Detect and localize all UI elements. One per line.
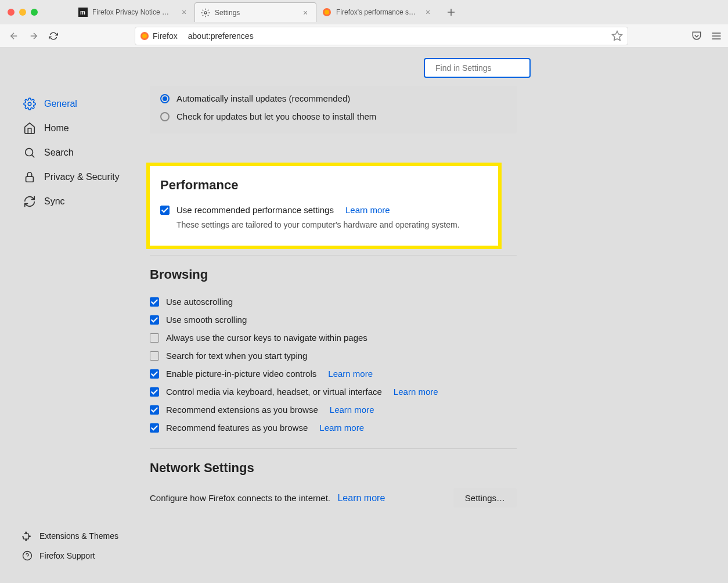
- forward-button[interactable]: [26, 28, 42, 44]
- settings-search[interactable]: [424, 58, 531, 78]
- svg-point-8: [26, 149, 33, 156]
- sidebar-item-sync[interactable]: Sync: [19, 189, 134, 214]
- searchtype-checkbox[interactable]: [150, 351, 159, 361]
- network-learn-more-link[interactable]: Learn more: [337, 493, 385, 503]
- sidebar-item-label: Extensions & Themes: [39, 531, 118, 541]
- mediakeys-checkbox[interactable]: [150, 387, 159, 397]
- pip-label: Enable picture-in-picture video controls: [166, 369, 316, 379]
- svg-point-2: [204, 12, 207, 14]
- tab-performance-help[interactable]: Firefox's performance settings ×: [316, 2, 438, 22]
- main-panel: Automatically install updates (recommend…: [134, 48, 728, 583]
- menu-icon[interactable]: [711, 30, 722, 42]
- network-settings-button[interactable]: Settings…: [453, 488, 517, 508]
- autoscroll-label: Use autoscrolling: [166, 297, 233, 307]
- recfeat-checkbox[interactable]: [150, 423, 159, 433]
- svg-text:m: m: [80, 9, 85, 16]
- recommended-perf-label: Use recommended performance settings: [176, 205, 334, 215]
- tab-settings[interactable]: Settings ×: [194, 2, 316, 22]
- back-button[interactable]: [6, 28, 22, 44]
- svg-point-7: [28, 102, 31, 106]
- browsing-heading: Browsing: [150, 267, 517, 282]
- smoothscroll-label: Use smooth scrolling: [166, 315, 247, 325]
- home-icon: [23, 122, 36, 135]
- settings-page: General Home Search Privacy & Security S…: [0, 48, 728, 583]
- tab-strip: m Firefox Privacy Notice — Mozilla × Set…: [73, 0, 459, 24]
- puzzle-icon: [22, 531, 33, 541]
- sidebar-item-search[interactable]: Search: [19, 141, 134, 165]
- network-description: Configure how Firefox connects to the in…: [150, 493, 330, 503]
- recext-learn-more-link[interactable]: Learn more: [330, 405, 374, 415]
- network-heading: Network Settings: [150, 460, 517, 476]
- performance-heading: Performance: [160, 178, 488, 193]
- mediakeys-learn-more-link[interactable]: Learn more: [394, 387, 438, 397]
- sidebar-item-general[interactable]: General: [19, 92, 134, 116]
- check-update-radio[interactable]: [160, 112, 170, 121]
- url-text: about:preferences: [188, 31, 611, 41]
- cursorkeys-checkbox[interactable]: [150, 333, 159, 343]
- sidebar-item-home[interactable]: Home: [19, 116, 134, 141]
- titlebar: m Firefox Privacy Notice — Mozilla × Set…: [0, 0, 728, 24]
- recfeat-learn-more-link[interactable]: Learn more: [319, 423, 364, 433]
- tab-title: Settings: [215, 9, 296, 17]
- performance-section: Performance Use recommended performance …: [146, 163, 502, 249]
- sidebar-item-extensions[interactable]: Extensions & Themes: [19, 526, 122, 546]
- smoothscroll-checkbox[interactable]: [150, 315, 159, 325]
- svg-point-6: [142, 34, 147, 38]
- browsing-section: Browsing Use autoscrolling Use smooth sc…: [150, 258, 517, 446]
- sidebar-item-label: General: [44, 99, 77, 109]
- perf-learn-more-link[interactable]: Learn more: [345, 205, 390, 215]
- sidebar-item-privacy[interactable]: Privacy & Security: [19, 165, 134, 189]
- updates-section: Automatically install updates (recommend…: [150, 86, 517, 134]
- tab-title: Firefox's performance settings: [336, 8, 419, 16]
- sidebar: General Home Search Privacy & Security S…: [0, 48, 134, 583]
- sidebar-item-label: Privacy & Security: [44, 172, 120, 182]
- cursorkeys-label: Always use the cursor keys to navigate w…: [166, 333, 367, 343]
- window-maximize-button[interactable]: [31, 9, 38, 16]
- sidebar-item-label: Search: [44, 147, 74, 158]
- search-icon: [23, 146, 36, 159]
- recext-checkbox[interactable]: [150, 405, 159, 415]
- recommended-perf-checkbox[interactable]: [160, 206, 170, 215]
- auto-update-radio[interactable]: [160, 94, 170, 103]
- settings-search-input[interactable]: [435, 63, 537, 73]
- window-minimize-button[interactable]: [19, 9, 26, 16]
- tab-privacy-notice[interactable]: m Firefox Privacy Notice — Mozilla ×: [73, 2, 194, 22]
- new-tab-button[interactable]: [443, 4, 459, 20]
- urlbar-brand: Firefox: [153, 31, 178, 41]
- toolbar: Firefox about:preferences: [0, 24, 728, 48]
- pip-learn-more-link[interactable]: Learn more: [328, 369, 373, 379]
- firefox-icon: [140, 31, 149, 41]
- url-bar[interactable]: Firefox about:preferences: [135, 27, 628, 45]
- lock-icon: [23, 171, 36, 183]
- question-icon: [22, 550, 33, 561]
- window-controls: [5, 9, 38, 16]
- close-tab-icon[interactable]: ×: [179, 8, 189, 17]
- check-update-label: Check for updates but let you choose to …: [176, 111, 376, 121]
- site-identity[interactable]: Firefox: [140, 31, 183, 41]
- svg-rect-9: [26, 177, 34, 182]
- svg-point-4: [325, 10, 329, 15]
- sidebar-item-label: Firefox Support: [39, 551, 95, 560]
- bookmark-star-icon[interactable]: [611, 30, 623, 42]
- sync-icon: [23, 195, 36, 208]
- gear-icon: [23, 98, 36, 110]
- pip-checkbox[interactable]: [150, 369, 159, 379]
- searchtype-label: Search for text when you start typing: [166, 351, 307, 361]
- sidebar-item-support[interactable]: Firefox Support: [19, 546, 122, 566]
- auto-update-label: Automatically install updates (recommend…: [176, 93, 350, 103]
- mozilla-favicon: m: [78, 8, 88, 17]
- close-tab-icon[interactable]: ×: [301, 8, 310, 17]
- recfeat-label: Recommend features as you browse: [166, 423, 308, 433]
- recext-label: Recommend extensions as you browse: [166, 405, 318, 415]
- pocket-icon[interactable]: [691, 30, 702, 42]
- window-close-button[interactable]: [8, 9, 15, 16]
- reload-button[interactable]: [45, 28, 62, 44]
- close-tab-icon[interactable]: ×: [423, 8, 433, 17]
- mediakeys-label: Control media via keyboard, headset, or …: [166, 387, 382, 397]
- autoscroll-checkbox[interactable]: [150, 297, 159, 307]
- svg-point-10: [23, 552, 32, 560]
- perf-description: These settings are tailored to your comp…: [160, 220, 488, 229]
- tab-title: Firefox Privacy Notice — Mozilla: [92, 8, 175, 16]
- firefox-favicon: [322, 8, 331, 17]
- network-section: Network Settings Configure how Firefox c…: [150, 451, 517, 517]
